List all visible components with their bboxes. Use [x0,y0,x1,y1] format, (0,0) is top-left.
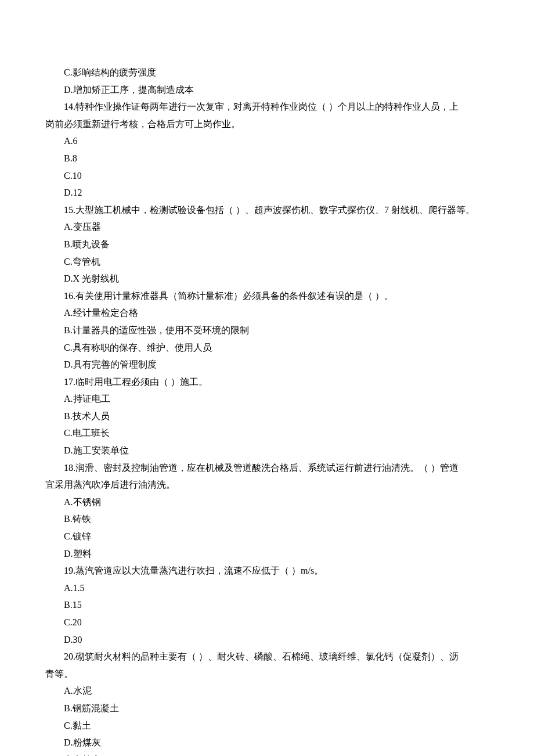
text-line: D.粉煤灰 [45,734,489,751]
text-line: D.增加矫正工序，提高制造成本 [45,81,489,99]
text-line: A.不锈钢 [45,494,489,511]
text-line: B.铸铁 [45,510,489,528]
text-line: 16.有关使用计量标准器具（简称计量标准）必须具备的条件叙述有误的是（ ）。 [45,287,489,305]
text-line: B.8 [45,150,489,167]
text-line: D.塑料 [45,545,489,563]
text-line: A.1.5 [45,579,489,597]
text-line: D.施工安装单位 [45,442,489,459]
text-line: D.30 [45,631,489,649]
text-line-wrap: 青等。 [45,665,489,683]
text-line: B.计量器具的适应性强，使用不受环境的限制 [45,322,489,339]
text-line: 18.润滑、密封及控制油管道，应在机械及管道酸洗合格后、系统试运行前进行油清洗。… [45,459,489,477]
text-line-wrap: 宜采用蒸汽吹净后进行油清洗。 [45,476,489,494]
text-line: A.持证电工 [45,390,489,408]
text-line: A.水泥 [45,682,489,700]
text-line: 17.临时用电工程必须由（ ）施工。 [45,373,489,391]
text-line-wrap: 岗前必须重新进行考核，合格后方可上岗作业。 [45,116,489,133]
text-line: C.10 [45,167,489,185]
text-line: B.15 [45,596,489,614]
text-line: 19.蒸汽管道应以大流量蒸汽进行吹扫，流速不应低于（ ）m/s。 [45,562,489,579]
text-line: C.镀锌 [45,528,489,545]
text-line: C.黏土 [45,717,489,735]
text-line: C.20 [45,614,489,631]
text-line: D.具有完善的管理制度 [45,356,489,373]
text-line: D.12 [45,184,489,201]
text-line: C.具有称职的保存、维护、使用人员 [45,339,489,357]
text-line: A.经计量检定合格 [45,304,489,322]
text-line: C.电工班长 [45,424,489,442]
text-line: C.影响结构的疲劳强度 [45,64,489,81]
text-line: B.喷丸设备 [45,236,489,253]
text-line: B.技术人员 [45,408,489,425]
page-container: C.影响结构的疲劳强度 D.增加矫正工序，提高制造成本 14.特种作业操作证每两… [0,0,534,756]
text-line: D.X 光射线机 [45,270,489,287]
text-line: 14.特种作业操作证每两年进行一次复审，对离开特种作业岗位（ ）个月以上的特种作… [45,98,489,116]
text-line: 20.砌筑耐火材料的品种主要有（ ）、耐火砖、磷酸、石棉绳、玻璃纤维、氯化钙（促… [45,648,489,665]
text-line: A.6 [45,132,489,150]
text-line: B.钢筋混凝土 [45,700,489,717]
text-line: A.变压器 [45,218,489,236]
answer-line: 参考答案：11.C；19,.B；13.C；14.A；15.D；16.B；17.A… [45,751,489,756]
text-line: C.弯管机 [45,253,489,271]
text-line: 15.大型施工机械中，检测试验设备包括（ ）、超声波探伤机、数字式探伤仪、7 射… [45,201,489,219]
